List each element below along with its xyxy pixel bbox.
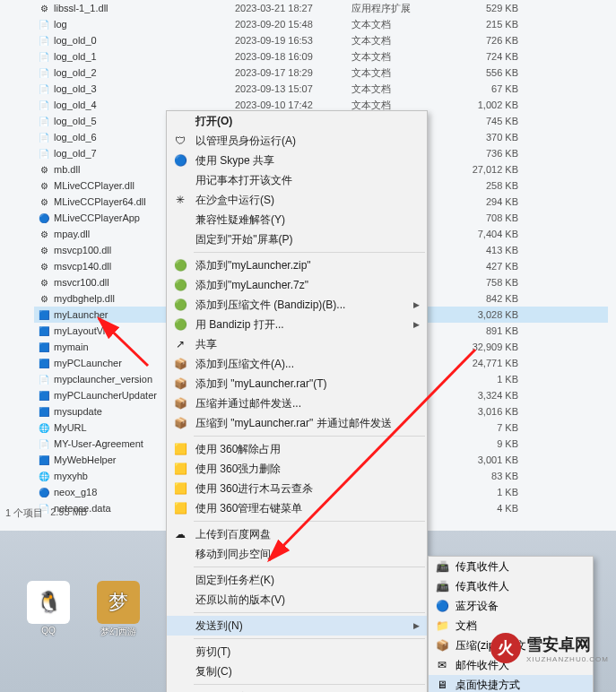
menu-item[interactable]: 固定到"开始"屏幕(P) bbox=[167, 229, 427, 249]
desktop-icon[interactable]: 梦梦幻西游 bbox=[97, 581, 140, 638]
file-name: MLiveCCPlayerApp bbox=[54, 212, 140, 223]
menu-item[interactable]: 🟨使用 360强力删除 bbox=[167, 459, 427, 479]
file-size: 758 KB bbox=[450, 277, 531, 288]
menu-item[interactable]: ↗共享 bbox=[167, 334, 427, 354]
menu-item[interactable]: 🟨使用 360管理右键菜单 bbox=[167, 498, 427, 518]
submenu-icon: ✉ bbox=[434, 659, 450, 671]
menu-label: 添加到"myLauncher.7z" bbox=[195, 278, 420, 293]
file-size: 427 KB bbox=[450, 261, 531, 272]
menu-item[interactable]: 移动到同步空间 bbox=[167, 544, 427, 564]
menu-icon: 🟨 bbox=[172, 501, 188, 515]
menu-icon: ↗ bbox=[172, 337, 188, 351]
menu-item[interactable]: 🟢添加到压缩文件 (Bandizip)(B)...▶ bbox=[167, 295, 427, 315]
file-size: 83 KB bbox=[450, 471, 531, 481]
file-date: 2023-09-18 16:09 bbox=[217, 51, 351, 62]
file-name: mysupdate bbox=[54, 406, 102, 417]
menu-item[interactable]: 🟨使用 360解除占用 bbox=[167, 439, 427, 459]
file-size: 413 KB bbox=[450, 245, 531, 255]
menu-item[interactable]: 还原以前的版本(V) bbox=[167, 590, 427, 610]
menu-icon bbox=[172, 618, 188, 633]
file-icon: ⚙ bbox=[38, 163, 50, 176]
file-size: 4 KB bbox=[450, 503, 531, 514]
menu-item[interactable]: 创建快捷方式(S) bbox=[167, 688, 427, 692]
file-icon: 📄 bbox=[38, 50, 50, 63]
file-icon: 🟦 bbox=[38, 324, 50, 337]
watermark-brand: 雪安卓网 bbox=[526, 634, 609, 655]
file-row[interactable]: 📄log2023-09-20 15:48文本文档215 KB bbox=[34, 16, 608, 32]
menu-item[interactable]: 🔵使用 Skype 共享 bbox=[167, 151, 427, 170]
menu-item[interactable]: 复制(C) bbox=[167, 662, 427, 681]
file-size: 708 KB bbox=[450, 212, 531, 223]
submenu-item[interactable]: 📠传真收件人 bbox=[429, 576, 593, 596]
file-icon: 📄 bbox=[38, 66, 50, 79]
sendto-submenu[interactable]: 📠传真收件人📠传真收件人🔵蓝牙设备📁文档📦压缩(zipped)文✉邮件收件人🖥桌… bbox=[428, 556, 594, 692]
file-size: 258 KB bbox=[450, 180, 531, 191]
file-size: 24,771 KB bbox=[450, 358, 531, 368]
menu-item[interactable]: 兼容性疑难解答(Y) bbox=[167, 210, 427, 229]
menu-item[interactable]: 📦添加到 "myLauncher.rar"(T) bbox=[167, 374, 427, 394]
file-name: mb.dll bbox=[54, 164, 80, 175]
menu-item[interactable]: 🟢添加到"myLauncher.zip" bbox=[167, 255, 427, 275]
file-name: myLauncher bbox=[54, 309, 108, 320]
file-row[interactable]: 📄log_old_22023-09-17 18:29文本文档556 KB bbox=[34, 65, 608, 81]
file-type: 文本文档 bbox=[351, 82, 450, 96]
menu-label: 上传到百度网盘 bbox=[195, 527, 420, 542]
file-name: mpay.dll bbox=[54, 229, 90, 239]
menu-item[interactable]: 🟨使用 360进行木马云查杀 bbox=[167, 479, 427, 498]
app-icon: 🐧 bbox=[27, 581, 70, 624]
menu-item[interactable]: 用记事本打开该文件 bbox=[167, 170, 427, 190]
file-icon: ⚙ bbox=[38, 228, 50, 240]
submenu-item[interactable]: 📠传真收件人 bbox=[429, 557, 593, 576]
file-date: 2023-03-21 18:27 bbox=[217, 3, 351, 13]
submenu-item[interactable]: 🖥桌面快捷方式 bbox=[429, 675, 593, 692]
menu-item[interactable]: 固定到任务栏(K) bbox=[167, 570, 427, 590]
file-icon: 🟦 bbox=[38, 357, 50, 369]
submenu-item[interactable]: 🔵蓝牙设备 bbox=[429, 596, 593, 616]
menu-label: 移动到同步空间 bbox=[195, 547, 420, 562]
menu-item[interactable]: 剪切(T) bbox=[167, 642, 427, 662]
file-name: log_old_6 bbox=[54, 132, 97, 143]
menu-item[interactable]: 🟢添加到"myLauncher.7z" bbox=[167, 275, 427, 295]
file-name: log_old_7 bbox=[54, 148, 97, 159]
file-size: 736 KB bbox=[450, 148, 531, 159]
menu-icon: 📦 bbox=[172, 357, 188, 371]
file-name: mypclauncher_version bbox=[54, 374, 152, 385]
menu-icon: 🟢 bbox=[172, 298, 188, 312]
file-row[interactable]: 📄log_old_02023-09-19 16:53文本文档726 KB bbox=[34, 32, 608, 48]
file-row[interactable]: 📄log_old_12023-09-18 16:09文本文档724 KB bbox=[34, 48, 608, 65]
context-menu[interactable]: 打开(O)🛡以管理员身份运行(A)🔵使用 Skype 共享用记事本打开该文件✳在… bbox=[166, 110, 428, 692]
menu-item[interactable]: 发送到(N)▶ bbox=[167, 616, 427, 636]
menu-icon bbox=[172, 114, 188, 128]
menu-icon: 🟢 bbox=[172, 258, 188, 272]
file-icon: 🌐 bbox=[38, 470, 50, 482]
menu-label: 剪切(T) bbox=[195, 644, 420, 660]
menu-item[interactable]: 打开(O) bbox=[167, 111, 427, 131]
menu-item[interactable]: 📦添加到压缩文件(A)... bbox=[167, 354, 427, 374]
menu-item[interactable]: 🟢用 Bandizip 打开...▶ bbox=[167, 315, 427, 334]
file-icon: 🟦 bbox=[38, 454, 50, 466]
file-date: 2023-09-10 17:42 bbox=[217, 99, 351, 110]
menu-icon bbox=[172, 547, 188, 561]
file-row[interactable]: ⚙libssl-1_1.dll2023-03-21 18:27应用程序扩展529… bbox=[34, 0, 608, 16]
menu-separator bbox=[194, 252, 425, 253]
file-icon: 🟦 bbox=[38, 405, 50, 418]
menu-label: 还原以前的版本(V) bbox=[195, 593, 420, 608]
file-icon: ⚙ bbox=[38, 244, 50, 256]
menu-item[interactable]: 📦压缩到 "myLauncher.rar" 并通过邮件发送 bbox=[167, 413, 427, 433]
menu-item[interactable]: 🛡以管理员身份运行(A) bbox=[167, 131, 427, 151]
desktop-icon[interactable]: 🐧QQ bbox=[27, 581, 70, 638]
submenu-icon: 📁 bbox=[434, 619, 450, 632]
menu-separator bbox=[194, 436, 425, 437]
menu-icon: 🛡 bbox=[172, 134, 188, 148]
file-row[interactable]: 📄log_old_32023-09-13 15:07文本文档67 KB bbox=[34, 81, 608, 97]
file-date: 2023-09-20 15:48 bbox=[217, 19, 351, 30]
menu-item[interactable]: ☁上传到百度网盘 bbox=[167, 524, 427, 544]
menu-label: 固定到任务栏(K) bbox=[195, 573, 420, 588]
menu-item[interactable]: 📦压缩并通过邮件发送... bbox=[167, 394, 427, 413]
menu-item[interactable]: ✳在沙盒中运行(S) bbox=[167, 190, 427, 210]
file-name: myLayoutVi bbox=[54, 325, 105, 336]
file-name: mydbghelp.dll bbox=[54, 293, 115, 304]
file-icon: 🟦 bbox=[38, 341, 50, 353]
file-icon: 📄 bbox=[38, 82, 50, 95]
submenu-arrow-icon: ▶ bbox=[413, 300, 420, 309]
